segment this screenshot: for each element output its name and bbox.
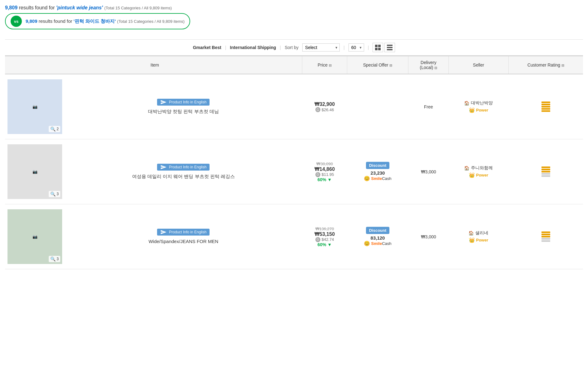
delivery-value: Free — [424, 104, 433, 109]
price-usd-value: $11.95 — [322, 172, 334, 177]
result-query-en: 'pintuck wide jeans' — [56, 5, 103, 10]
price-cell: ₩32,900 G $26.46 — [305, 101, 345, 112]
sort-select-wrapper[interactable]: Select — [302, 43, 340, 52]
coin-icon: G — [315, 237, 320, 242]
svg-rect-2 — [375, 48, 378, 50]
rating-bar — [541, 171, 550, 172]
item-info: Product Info in English 대박난박양 컷팅 핀턱 부츠컷 … — [67, 99, 300, 115]
plane-icon — [160, 230, 167, 235]
product-thumb[interactable]: 📷 🔍 3 — [7, 144, 62, 199]
table-header-row: Item Price ⊟ Special Offer ⊟ Delivery(Lo… — [5, 56, 583, 74]
smile-cash: 😊 SmileCash — [349, 241, 406, 246]
thumb-count: 2 — [57, 127, 59, 131]
rating-bar — [541, 104, 550, 105]
crown-icon: 👑 — [469, 172, 475, 178]
rating-bars — [511, 102, 581, 112]
grid-view-btn[interactable] — [373, 43, 383, 52]
result-meta-kr: (Total 15 Categories / All 9,809 items) — [117, 19, 185, 24]
rating-bar — [541, 238, 550, 240]
td-price: ₩32,900 G $26.46 — [302, 74, 347, 139]
result-header-en: 9,809 results found for 'pintuck wide je… — [5, 5, 583, 11]
seller-name[interactable]: 주니와함께 — [471, 165, 493, 171]
smile-icon: 😊 — [364, 241, 370, 246]
smile-text: SmileCash — [371, 176, 391, 181]
thumb-badge: 🔍 3 — [49, 191, 60, 197]
kr-result-row: vs 9,809 results found for '핀턱 와이드 청바지' … — [5, 13, 583, 34]
special-offer-sort-icon[interactable]: ⊟ — [389, 63, 392, 67]
house-icon: 🏠 — [464, 166, 469, 171]
price-main: ₩14,860 — [305, 166, 345, 172]
td-item: 📷 🔍 2 Product Info in English 대박난박양 컷팅 — [5, 74, 302, 139]
product-name[interactable]: 여성용 데일리 이지 웨어 밴딩 부츠컷 핀턱 레깅스 — [67, 173, 300, 180]
smile-icon: 😊 — [364, 176, 370, 182]
rating-bar — [541, 173, 550, 175]
item-cell: 📷 🔍 3 Product Info in English Wide/Spa — [7, 209, 300, 264]
discount-badge: Discount — [366, 162, 390, 169]
product-name[interactable]: 대박난박양 컷팅 핀턱 부츠컷 데님 — [67, 108, 300, 115]
price-cell: ₩136,270₩53,150 G $42.74 60% ▼ — [305, 226, 345, 247]
product-info-badge[interactable]: Product Info in English — [157, 229, 210, 236]
smile-cash: 😊 SmileCash — [349, 176, 406, 182]
price-original: ₩38,090 — [305, 162, 345, 166]
price-usd: G $11.95 — [305, 172, 345, 177]
power-badge: 👑 Power — [451, 237, 506, 243]
rating-bar — [541, 110, 550, 112]
rating-bar — [541, 108, 550, 110]
delivery-value: ₩3,000 — [421, 234, 436, 239]
table-row[interactable]: 📷 🔍 3 Product Info in English Wide/Spa — [5, 204, 583, 269]
seller-name[interactable]: 샐리네 — [475, 230, 488, 236]
vs-row: vs 9,809 results found for '핀턱 와이드 청바지' … — [5, 13, 190, 29]
per-page-select[interactable]: 60 40 20 — [348, 43, 364, 52]
smile-text: SmileCash — [371, 241, 391, 246]
crown-icon: 👑 — [469, 237, 475, 243]
product-name[interactable]: Wide/Spandex/JEANS FOR MEN — [67, 238, 300, 245]
svg-rect-1 — [378, 45, 381, 47]
rating-bar — [541, 234, 550, 235]
product-thumb[interactable]: 📷 🔍 3 — [7, 209, 62, 264]
price-sort-icon[interactable]: ⊟ — [329, 63, 332, 67]
col-seller: Seller — [449, 56, 509, 74]
rating-sort-icon[interactable]: ⊟ — [561, 63, 564, 67]
td-price: ₩38,090₩14,860 G $11.95 60% ▼ — [302, 139, 347, 204]
product-info-badge[interactable]: Product Info in English — [157, 164, 210, 171]
seller-name[interactable]: 대박난박양 — [471, 100, 493, 106]
price-discount: 60% ▼ — [305, 177, 345, 182]
price-usd: G $42.74 — [305, 237, 345, 242]
col-special-offer: Special Offer ⊟ — [347, 56, 408, 74]
td-delivery: Free — [408, 74, 449, 139]
rating-bar — [541, 231, 550, 233]
product-info-badge[interactable]: Product Info in English — [157, 99, 210, 106]
rating-bar — [541, 175, 550, 177]
list-view-btn[interactable] — [384, 43, 395, 52]
per-page-select-wrapper[interactable]: 60 40 20 — [348, 43, 364, 52]
result-query-kr: '핀턱 와이드 청바지' — [73, 18, 116, 24]
rating-bar — [541, 240, 550, 242]
grid-icon — [375, 44, 381, 51]
td-seller: 🏠 주니와함께 👑 Power — [449, 139, 509, 204]
table-row[interactable]: 📷 🔍 2 Product Info in English 대박난박양 컷팅 — [5, 74, 583, 139]
col-item: Item — [5, 56, 302, 74]
rating-bar — [541, 169, 550, 170]
result-header-kr: 9,809 results found for '핀턱 와이드 청바지' (To… — [26, 18, 185, 24]
delivery-sort-icon[interactable]: ⊟ — [434, 66, 437, 70]
plane-icon — [160, 165, 167, 170]
product-table: Item Price ⊟ Special Offer ⊟ Delivery(Lo… — [5, 56, 583, 269]
td-seller: 🏠 샐리네 👑 Power — [449, 204, 509, 269]
search-icon: 🔍 — [50, 192, 56, 196]
search-icon: 🔍 — [50, 127, 56, 132]
vs-badge: vs — [11, 16, 22, 27]
power-badge: 👑 Power — [451, 172, 506, 178]
td-rating — [508, 74, 583, 139]
product-thumb[interactable]: 📷 🔍 2 — [7, 79, 62, 134]
gmarket-best-btn[interactable]: Gmarket Best — [193, 45, 221, 50]
special-offer-cell: Discount 23,230 😊 SmileCash — [349, 162, 406, 182]
result-count-kr: 9,809 — [26, 18, 37, 24]
house-icon: 🏠 — [464, 101, 469, 106]
discount-number: 23,230 — [349, 170, 406, 176]
sort-select[interactable]: Select — [302, 43, 340, 52]
td-special-offer — [347, 74, 408, 139]
item-info: Product Info in English Wide/Spandex/JEA… — [67, 229, 300, 245]
list-icon — [387, 44, 393, 51]
international-shipping-btn[interactable]: International Shipping — [230, 45, 276, 50]
table-row[interactable]: 📷 🔍 3 Product Info in English 여성용 데일리 — [5, 139, 583, 204]
